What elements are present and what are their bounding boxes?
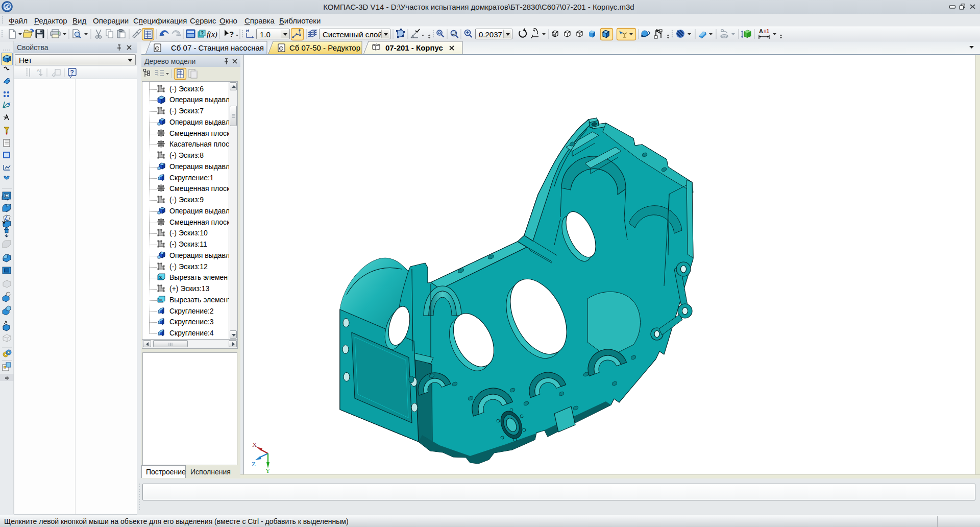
svg-text:X: X xyxy=(252,441,257,448)
svg-text:?: ? xyxy=(229,30,234,38)
svg-text:±1: ±1 xyxy=(764,29,769,34)
svg-text:Y: Y xyxy=(265,467,271,474)
svg-text:A: A xyxy=(37,68,40,73)
svg-text:Сб 07 - Станция насосная: Сб 07 - Станция насосная xyxy=(171,43,264,52)
svg-text:07-201 - Корпус: 07-201 - Корпус xyxy=(385,43,443,52)
svg-text:f(x): f(x) xyxy=(207,30,217,39)
svg-text:Сб 07-50 - Редуктор: Сб 07-50 - Редуктор xyxy=(289,43,360,52)
svg-text:A: A xyxy=(759,28,763,34)
svg-text:?: ? xyxy=(201,31,204,36)
svg-text:Z: Z xyxy=(252,460,256,468)
svg-text:?: ? xyxy=(70,69,74,76)
